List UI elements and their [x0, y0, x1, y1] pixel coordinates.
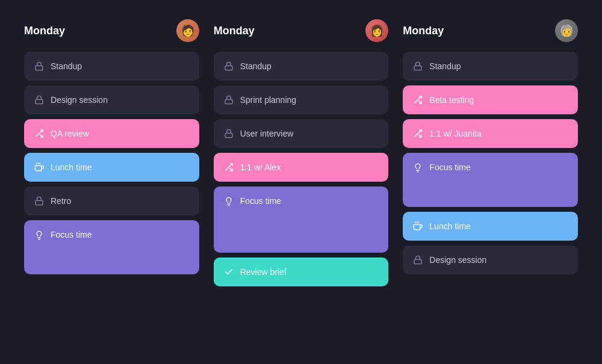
column-title-1: Monday: [24, 25, 65, 37]
lock-icon: [34, 94, 45, 105]
card-label-c9: User interview: [240, 129, 294, 138]
svg-rect-7: [36, 200, 43, 205]
column-1: Monday🧑StandupDesign sessionQA reviewLun…: [24, 19, 199, 345]
svg-rect-10: [225, 66, 232, 70]
board: Monday🧑StandupDesign sessionQA reviewLun…: [0, 0, 602, 364]
card-label-c14: Beta testing: [429, 95, 474, 105]
svg-rect-1: [36, 99, 43, 103]
svg-rect-27: [414, 259, 421, 264]
coffee-icon: [412, 221, 423, 232]
bulb-icon: [412, 162, 423, 173]
card-c14[interactable]: Beta testing: [403, 85, 578, 114]
card-c7[interactable]: Standup: [214, 52, 389, 81]
card-c13[interactable]: Standup: [403, 52, 578, 81]
card-label-c17: Lunch time: [429, 221, 470, 231]
card-label-c12: Review brief: [240, 267, 287, 277]
card-label-c7: Standup: [240, 61, 272, 71]
column-header-2: Monday👩: [214, 19, 389, 42]
shuffle-icon: [412, 94, 423, 105]
avatar-3: 🧓: [555, 19, 578, 42]
coffee-icon: [34, 162, 45, 173]
avatar-2: 👩: [365, 19, 388, 42]
lock-icon: [412, 61, 423, 72]
card-label-c13: Standup: [429, 61, 461, 71]
svg-rect-11: [225, 99, 232, 103]
lock-icon: [223, 61, 234, 72]
lock-icon: [223, 128, 234, 139]
card-c11[interactable]: Focus time: [214, 187, 389, 253]
svg-rect-17: [414, 66, 421, 70]
card-label-c4: Lunch time: [51, 162, 92, 172]
card-label-c10: 1:1 w/ Alex: [240, 162, 281, 172]
card-label-c8: Sprint planning: [240, 95, 296, 105]
column-title-2: Monday: [214, 25, 255, 37]
cards-list-3: StandupBeta testing1:1 w/ JuanitaFocus t…: [403, 52, 578, 274]
card-label-c15: 1:1 w/ Juanita: [429, 129, 481, 138]
shuffle-icon: [412, 128, 423, 139]
card-label-c11: Focus time: [240, 196, 281, 206]
card-c3[interactable]: QA review: [24, 119, 199, 148]
shuffle-icon: [223, 162, 234, 173]
cards-list-2: StandupSprint planningUser interview1:1 …: [214, 52, 389, 286]
card-label-c16: Focus time: [429, 162, 470, 172]
card-c6[interactable]: Focus time: [24, 220, 199, 274]
svg-rect-0: [36, 66, 43, 70]
bulb-icon: [34, 230, 45, 241]
card-label-c2: Design session: [51, 95, 108, 105]
column-title-3: Monday: [403, 25, 444, 37]
lock-icon: [34, 196, 45, 206]
bulb-icon: [223, 196, 234, 207]
column-header-3: Monday🧓: [403, 19, 578, 42]
card-label-c6: Focus time: [51, 230, 92, 239]
card-label-c3: QA review: [51, 129, 89, 138]
column-header-1: Monday🧑: [24, 19, 199, 42]
lock-icon: [34, 61, 45, 72]
column-3: Monday🧓StandupBeta testing1:1 w/ Juanita…: [403, 19, 578, 345]
card-c15[interactable]: 1:1 w/ Juanita: [403, 119, 578, 148]
card-c5[interactable]: Retro: [24, 187, 199, 215]
card-label-c18: Design session: [429, 255, 486, 265]
card-c4[interactable]: Lunch time: [24, 153, 199, 182]
cards-list-1: StandupDesign sessionQA reviewLunch time…: [24, 52, 199, 274]
card-label-c1: Standup: [51, 61, 82, 71]
lock-icon: [223, 94, 234, 105]
card-c16[interactable]: Focus time: [403, 153, 578, 207]
card-c17[interactable]: Lunch time: [403, 212, 578, 241]
avatar-1: 🧑: [176, 19, 199, 42]
card-c9[interactable]: User interview: [214, 119, 389, 148]
card-c12[interactable]: Review brief: [214, 258, 389, 286]
card-c18[interactable]: Design session: [403, 245, 578, 274]
card-c8[interactable]: Sprint planning: [214, 85, 389, 114]
check-icon: [223, 267, 234, 277]
lock-icon: [412, 254, 423, 265]
card-label-c5: Retro: [51, 196, 71, 206]
column-2: Monday👩StandupSprint planningUser interv…: [214, 19, 389, 345]
card-c10[interactable]: 1:1 w/ Alex: [214, 153, 389, 182]
shuffle-icon: [34, 128, 45, 139]
card-c1[interactable]: Standup: [24, 52, 199, 81]
svg-rect-12: [225, 133, 232, 137]
card-c2[interactable]: Design session: [24, 85, 199, 114]
